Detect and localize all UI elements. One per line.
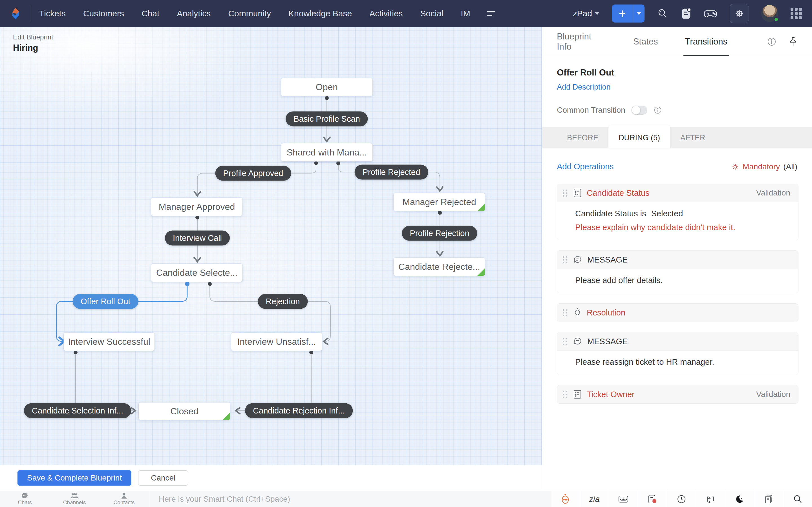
transition-pill-rejection[interactable]: Rejection (258, 294, 308, 309)
info-icon[interactable] (767, 37, 776, 47)
cancel-button[interactable]: Cancel (138, 470, 188, 486)
save-complete-blueprint-button[interactable]: Save & Complete Blueprint (17, 470, 132, 486)
clock-icon[interactable] (667, 491, 696, 507)
transition-pill-profile-approved[interactable]: Profile Approved (215, 166, 291, 181)
keyboard-icon[interactable] (609, 491, 638, 507)
transition-pill-basic-profile-scan[interactable]: Basic Profile Scan (286, 112, 368, 126)
people-group-icon (70, 493, 79, 499)
operation-card-message-2[interactable]: MESSAGE Please reassign ticket to HR man… (557, 332, 799, 375)
transition-pill-candidate-selection-info[interactable]: Candidate Selection Inf... (24, 403, 131, 418)
drag-handle-icon[interactable] (563, 309, 567, 316)
nav-item-social[interactable]: Social (420, 9, 444, 18)
zia-bot-icon[interactable] (551, 491, 580, 507)
nav-item-im[interactable]: IM (461, 9, 470, 18)
operation-header[interactable]: Ticket Owner Validation (557, 385, 798, 403)
operation-header[interactable]: Candidate Status Validation (557, 184, 798, 202)
nav-item-analytics[interactable]: Analytics (177, 9, 211, 18)
plus-icon[interactable]: + (612, 4, 633, 22)
dock-item-chats[interactable]: Chats (0, 493, 50, 506)
moon-icon[interactable] (725, 491, 754, 507)
mandatory-scope: (All) (783, 162, 797, 171)
transition-pill-offer-roll-out[interactable]: Offer Roll Out (73, 294, 139, 309)
state-node-manager-approved[interactable]: Manager Approved (151, 198, 243, 216)
transition-pill-interview-call[interactable]: Interview Call (165, 231, 230, 245)
dock-item-channels[interactable]: Channels (50, 493, 99, 506)
tab-during[interactable]: DURING (5) (608, 125, 670, 149)
state-node-interview-unsatisfactory[interactable]: Interview Unsatisf... (231, 333, 322, 351)
nav-item-tickets[interactable]: Tickets (39, 9, 66, 18)
workspace-selector[interactable]: zPad (573, 9, 599, 18)
add-description-link[interactable]: Add Description (557, 83, 611, 92)
state-node-manager-rejected[interactable]: Manager Rejected (394, 193, 485, 211)
import-arrow-icon[interactable] (696, 491, 725, 507)
state-node-open[interactable]: Open (281, 78, 372, 96)
smart-chat-input[interactable]: Here is your Smart Chat (Ctrl+Space) (149, 491, 551, 507)
search-icon[interactable] (657, 8, 668, 19)
field-form-icon (573, 188, 581, 198)
mandatory-filter[interactable]: Mandatory (All) (731, 162, 797, 171)
gamescope-icon[interactable] (704, 8, 717, 19)
workspace-label: zPad (573, 9, 592, 18)
quick-add-caret[interactable] (633, 4, 645, 22)
logo-icon (8, 6, 23, 21)
state-node-candidate-rejected[interactable]: Candidate Rejecte... (394, 258, 485, 276)
message-text: Please add offer details. (575, 276, 790, 285)
state-node-closed[interactable]: Closed (139, 402, 230, 420)
app-root: Tickets Customers Chat Analytics Communi… (0, 0, 812, 507)
drag-handle-icon[interactable] (563, 391, 567, 398)
operations-list: Candidate Status Validation Candidate St… (542, 171, 812, 404)
operation-body: Please reassign ticket to HR manager. (557, 350, 798, 375)
operation-card-candidate-status[interactable]: Candidate Status Validation Candidate St… (557, 184, 799, 240)
nav-item-community[interactable]: Community (228, 9, 271, 18)
drag-handle-icon[interactable] (563, 338, 567, 345)
blueprint-canvas[interactable]: Edit Blueprint Hiring (0, 27, 542, 491)
zoho-desk-logo[interactable] (0, 6, 31, 21)
pages-icon[interactable] (754, 491, 783, 507)
pin-icon[interactable] (789, 37, 797, 47)
dock-item-contacts[interactable]: Contacts (99, 493, 149, 506)
nav-item-knowledge-base[interactable]: Knowledge Base (289, 9, 352, 18)
setup-gear-button[interactable] (730, 4, 749, 23)
operation-header[interactable]: MESSAGE (557, 251, 798, 269)
page-title: Hiring (13, 43, 53, 53)
nav-more-icon[interactable] (487, 11, 495, 16)
tab-before[interactable]: BEFORE (557, 127, 608, 149)
canvas-header: Edit Blueprint Hiring (13, 33, 53, 53)
nav-item-chat[interactable]: Chat (142, 9, 159, 18)
search-icon[interactable] (783, 491, 812, 507)
zia-script-icon[interactable]: zia (580, 491, 609, 507)
drag-handle-icon[interactable] (563, 189, 567, 196)
state-node-interview-successful[interactable]: Interview Successful (64, 333, 154, 351)
smart-chat-dock: Chats Channels Contacts Here is your Sma… (0, 491, 812, 507)
add-operations-link[interactable]: Add Operations (557, 162, 614, 171)
transition-pill-candidate-rejection-info[interactable]: Candidate Rejection Inf... (245, 403, 353, 418)
transition-pill-profile-rejected[interactable]: Profile Rejected (355, 165, 428, 180)
operation-card-ticket-owner[interactable]: Ticket Owner Validation (557, 385, 799, 404)
quick-add-button[interactable]: + (612, 4, 645, 22)
nav-item-activities[interactable]: Activities (369, 9, 403, 18)
info-icon[interactable] (654, 106, 662, 114)
operation-card-message-1[interactable]: MESSAGE Please add offer details. (557, 250, 799, 293)
state-node-candidate-selected[interactable]: Candidate Selecte... (151, 264, 243, 282)
tab-after[interactable]: AFTER (670, 127, 716, 149)
notes-badge-icon[interactable] (638, 491, 667, 507)
operation-card-resolution[interactable]: Resolution (557, 303, 799, 322)
tab-transitions[interactable]: Transitions (685, 27, 727, 56)
common-transition-toggle[interactable] (631, 106, 647, 115)
transition-title: Offer Roll Out (557, 68, 797, 78)
state-node-shared-with-manager[interactable]: Shared with Mana... (281, 144, 372, 161)
nav-item-customers[interactable]: Customers (83, 9, 124, 18)
state-label: Manager Rejected (402, 197, 476, 207)
tab-states[interactable]: States (633, 27, 658, 56)
transition-pill-profile-rejection[interactable]: Profile Rejection (402, 226, 477, 241)
drag-handle-icon[interactable] (563, 256, 567, 263)
user-avatar[interactable] (761, 5, 778, 22)
criteria-value: Selected (651, 209, 683, 218)
operation-header[interactable]: Resolution (557, 304, 798, 322)
tab-blueprint-info[interactable]: Blueprint Info (557, 27, 606, 56)
nav-menu: Tickets Customers Chat Analytics Communi… (39, 9, 470, 18)
app-switcher-icon[interactable] (791, 8, 802, 19)
operation-header[interactable]: MESSAGE (557, 332, 798, 350)
feeds-icon[interactable] (680, 7, 692, 20)
dock-item-label: Chats (18, 499, 32, 506)
